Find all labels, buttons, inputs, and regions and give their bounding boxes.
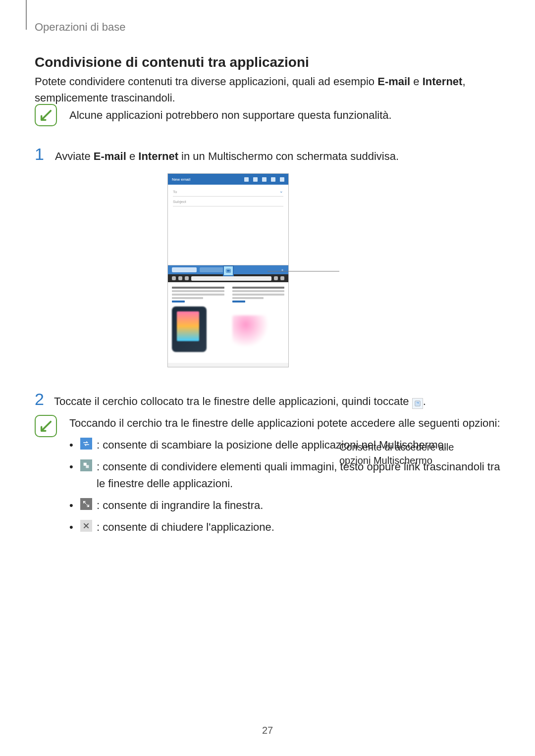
svg-rect-5 [86, 465, 89, 468]
intro-bold-internet: Internet [423, 75, 463, 88]
step1-pre: Avviate [55, 150, 94, 162]
option-expand: : consente di ingrandire la finestra. [69, 497, 500, 514]
option-expand-text: : consente di ingrandire la finestra. [97, 499, 263, 511]
note-text-1: Alcune applicazioni potrebbero non suppo… [69, 109, 392, 122]
close-window-icon [80, 520, 92, 532]
page-top-divider [26, 0, 27, 30]
share-window-icon [412, 398, 423, 409]
intro-text-mid: e [410, 75, 422, 88]
multiscreen-handle-icon [223, 265, 234, 276]
option-swap-text: : consente di scambiare la posizione del… [97, 439, 447, 451]
svg-rect-1 [227, 270, 230, 272]
email-app-title: New email [172, 177, 190, 182]
headline [232, 287, 285, 289]
save-icon [253, 177, 258, 182]
intro-text-1: Potete condividere contenuti tra diverse… [35, 75, 377, 88]
text-line [232, 290, 285, 292]
back-icon [172, 276, 176, 280]
menu-icon [280, 177, 284, 182]
text-line [232, 294, 285, 296]
home-icon [185, 276, 189, 280]
product-phone-image [172, 306, 207, 352]
text-line [172, 297, 203, 299]
note-icon [35, 104, 57, 126]
email-toolbar-icons [244, 177, 284, 182]
note-block-1: Alcune applicazioni potrebbero non suppo… [35, 104, 392, 126]
text-line [172, 294, 224, 296]
attach-icon [244, 177, 249, 182]
close-icon [262, 177, 267, 182]
drag-share-icon [80, 459, 92, 471]
note-block-2: Toccando il cerchio tra le finestre dell… [35, 415, 500, 541]
to-label: To [173, 190, 283, 194]
text-line [172, 290, 224, 292]
browser-tab-active [172, 267, 197, 272]
step-1: 1 Avviate E-mail e Internet in un Multis… [35, 145, 399, 164]
browser-column-right [228, 282, 289, 363]
send-icon [271, 177, 275, 182]
option-close-text: : consente di chiudere l'applicazione. [97, 521, 274, 533]
email-app-bar: New email [168, 174, 288, 185]
svg-rect-3 [415, 401, 420, 406]
swap-windows-icon [80, 438, 92, 450]
step1-b1: E-mail [94, 150, 126, 162]
step1-post: in un Multischermo con schermata suddivi… [178, 150, 399, 162]
option-share: : consente di condividere elementi quali… [69, 458, 500, 492]
intro-bold-email: E-mail [377, 75, 410, 88]
link-line [172, 301, 185, 302]
option-swap: : consente di scambiare la posizione del… [69, 437, 500, 454]
maximize-icon [80, 498, 92, 510]
options-intro-text: Toccando il cerchio tra le finestre dell… [69, 415, 500, 432]
page-number: 27 [262, 725, 273, 736]
option-close: : consente di chiudere l'applicazione. [69, 519, 500, 536]
callout-leader-line [268, 271, 339, 281]
product-image [232, 315, 277, 346]
step2-pre: Toccate il cerchio collocato tra le fine… [54, 395, 412, 407]
step2-post: . [423, 395, 426, 407]
figure: New email ⌄ To Subject ＋ [35, 173, 500, 371]
expand-recipients-icon: ⌄ [279, 189, 283, 194]
text-line [232, 297, 264, 299]
options-list: : consente di scambiare la posizione del… [69, 437, 500, 536]
link-line [232, 301, 245, 302]
options-intro: Toccando il cerchio tra le finestre dell… [69, 415, 500, 541]
subject-label: Subject [173, 200, 283, 204]
page-header: Operazioni di base [35, 21, 125, 34]
step-2-text: Toccate il cerchio collocato tra le fine… [54, 395, 426, 409]
step-2: 2 Toccate il cerchio collocato tra le fi… [35, 390, 426, 409]
browser-tab [200, 267, 224, 272]
step-1-text: Avviate E-mail e Internet in un Multisch… [55, 150, 399, 163]
email-compose-body: ⌄ To Subject [168, 185, 288, 265]
headline [172, 287, 224, 289]
note-icon [35, 415, 57, 437]
device-screenshot: New email ⌄ To Subject ＋ [167, 173, 289, 367]
forward-icon [178, 276, 182, 280]
url-field [191, 276, 271, 281]
browser-page [168, 282, 288, 363]
step-2-number: 2 [35, 390, 44, 409]
browser-column-left [168, 282, 228, 363]
intro-paragraph: Potete condividere contenuti tra diverse… [35, 73, 490, 106]
step1-b2: Internet [138, 150, 178, 162]
section-title: Condivisione di contenuti tra applicazio… [35, 54, 309, 70]
option-share-text: : consente di condividere elementi quali… [97, 460, 500, 490]
step-1-number: 1 [35, 145, 44, 164]
step1-mid: e [126, 150, 138, 162]
